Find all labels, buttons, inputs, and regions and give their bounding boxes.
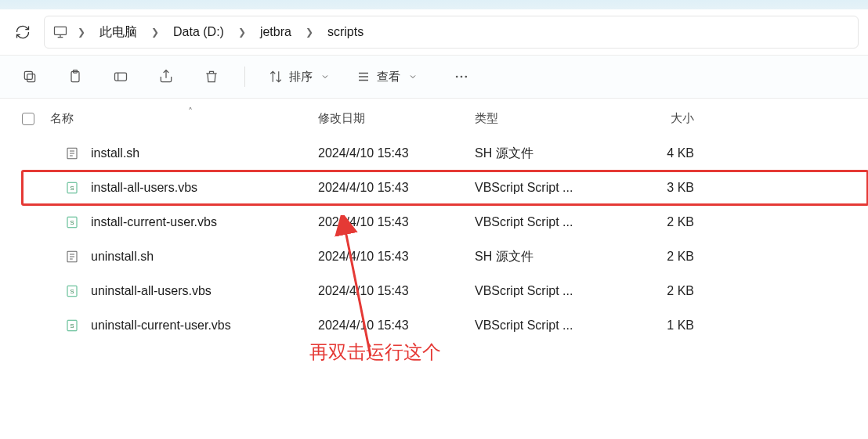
breadcrumb-separator: ❯ [301,27,318,38]
share-icon [158,69,174,85]
annotation-text: 再双击运行这个 [309,340,441,365]
file-size: 3 KB [616,181,710,195]
paste-button[interactable] [60,61,91,92]
file-icon: S [64,283,80,299]
svg-text:S: S [70,322,74,329]
breadcrumb-separator: ❯ [146,27,164,38]
sort-caret-icon: ˄ [188,106,193,117]
sort-icon [269,70,283,84]
tab-strip [0,0,868,9]
file-name: uninstall-all-users.vbs [91,284,212,298]
breadcrumb-segment-folder-1[interactable]: jetbra [255,22,296,42]
paste-icon [67,69,83,85]
view-button[interactable]: 查看 [350,61,424,92]
svg-rect-5 [115,73,127,81]
chevron-down-icon [320,72,330,81]
svg-rect-2 [24,71,32,79]
file-date: 2024/4/10 15:43 [318,146,475,160]
file-name: install-current-user.vbs [91,215,217,229]
file-date: 2024/4/10 15:43 [318,284,475,298]
file-size: 2 KB [616,215,710,229]
file-name: uninstall-current-user.vbs [91,318,231,333]
svg-text:S: S [70,288,74,295]
file-type: VBScript Script ... [475,318,616,333]
svg-text:S: S [70,185,74,192]
copy-icon [22,69,38,85]
toolbar: 排序 查看 [0,55,868,99]
rename-button[interactable] [105,61,136,92]
file-date: 2024/4/10 15:43 [318,181,475,195]
file-name: install-all-users.vbs [91,181,197,195]
breadcrumb-segment-drive[interactable]: Data (D:) [168,22,229,42]
file-row[interactable]: install.sh2024/4/10 15:43SH 源文件4 KB [22,136,868,171]
svg-point-7 [461,76,463,78]
view-icon [356,70,371,84]
column-header-date[interactable]: 修改日期 [318,111,475,126]
sort-button[interactable]: 排序 [262,61,336,92]
copy-button[interactable] [14,61,45,92]
file-name: install.sh [91,146,139,160]
file-date: 2024/4/10 15:43 [318,215,475,229]
file-date: 2024/4/10 15:43 [318,318,475,333]
file-size: 2 KB [616,284,710,298]
svg-point-8 [465,76,468,78]
sort-label: 排序 [289,70,313,85]
column-header-size[interactable]: 大小 [616,111,710,126]
file-icon [64,249,80,264]
file-type: VBScript Script ... [475,284,616,298]
toolbar-separator [244,67,245,87]
file-type: VBScript Script ... [475,181,616,195]
file-icon: S [64,214,80,230]
file-name: uninstall.sh [91,250,154,264]
file-icon: S [64,318,80,333]
file-size: 4 KB [616,146,710,160]
more-button[interactable] [446,61,477,92]
select-all-checkbox[interactable] [22,113,50,125]
svg-point-6 [456,76,458,78]
breadcrumb-segment-this-pc[interactable]: 此电脑 [95,21,142,44]
file-row[interactable]: Suninstall-all-users.vbs2024/4/10 15:43V… [22,274,868,308]
column-header-name[interactable]: 名称 ˄ [50,111,318,126]
rename-icon [113,69,128,85]
file-icon: S [64,180,80,196]
file-icon [64,146,80,161]
svg-text:S: S [70,219,74,226]
file-size: 2 KB [616,250,710,264]
share-button[interactable] [150,61,182,92]
file-row[interactable]: Sinstall-current-user.vbs2024/4/10 15:43… [22,205,868,239]
file-date: 2024/4/10 15:43 [318,250,475,264]
svg-rect-0 [55,27,67,34]
breadcrumb-separator: ❯ [73,27,90,38]
more-icon [454,69,469,85]
trash-icon [204,69,219,85]
svg-rect-1 [27,74,35,82]
breadcrumb[interactable]: ❯ 此电脑 ❯ Data (D:) ❯ jetbra ❯ scripts [44,16,859,49]
file-row[interactable]: Suninstall-current-user.vbs2024/4/10 15:… [22,308,868,343]
column-header-name-label: 名称 [50,111,74,126]
column-header-row: 名称 ˄ 修改日期 类型 大小 [22,102,868,136]
file-type: SH 源文件 [475,249,616,265]
file-row[interactable]: uninstall.sh2024/4/10 15:43SH 源文件2 KB [22,239,868,274]
address-bar-row: ❯ 此电脑 ❯ Data (D:) ❯ jetbra ❯ scripts [0,9,868,55]
this-pc-icon [52,24,68,40]
file-row[interactable]: Sinstall-all-users.vbs2024/4/10 15:43VBS… [22,171,868,205]
file-type: SH 源文件 [475,146,616,162]
file-list-area: 名称 ˄ 修改日期 类型 大小 install.sh2024/4/10 15:4… [0,99,868,343]
view-label: 查看 [377,70,400,85]
file-type: VBScript Script ... [475,215,616,229]
delete-button[interactable] [196,61,227,92]
chevron-down-icon [408,72,418,81]
breadcrumb-segment-folder-2[interactable]: scripts [323,22,368,42]
column-header-type[interactable]: 类型 [475,111,616,126]
refresh-icon [15,24,31,40]
refresh-button[interactable] [9,19,36,45]
breadcrumb-separator: ❯ [233,27,251,38]
file-size: 1 KB [616,318,710,333]
